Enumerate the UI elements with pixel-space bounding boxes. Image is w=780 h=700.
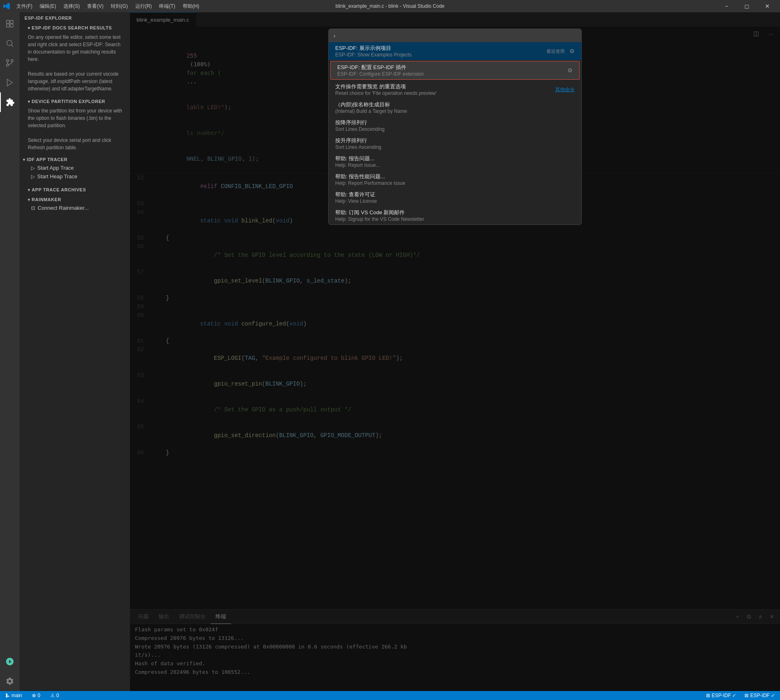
- cp-item-build-target[interactable]: （内部)按名称生成目标 (Internal) Build a Target by…: [329, 99, 581, 117]
- section-rainmaker[interactable]: ▾ RAINMAKER: [20, 194, 130, 204]
- cp-item-subtitle-2: Reset choice for 'File operation needs p…: [335, 90, 550, 96]
- cp-other-commands-link[interactable]: 其他命令: [555, 86, 575, 93]
- activity-settings[interactable]: [0, 671, 20, 691]
- svg-rect-2: [7, 24, 9, 27]
- section-arrow-tracer: ▾: [23, 157, 25, 162]
- statusbar: main ⊗ 0 ⚠ 0 ⊠ ESP-IDF ✓ ⊠ ESP-IDF ✓: [0, 691, 780, 700]
- cp-search-input[interactable]: [338, 32, 576, 39]
- cp-item-sort-desc[interactable]: 按降序排列行 Sort Lines Descending: [329, 117, 581, 135]
- cp-item-text-4: 按降序排列行 Sort Lines Descending: [335, 119, 575, 132]
- cp-item-title-5: 按升序排列行: [335, 137, 575, 144]
- svg-rect-1: [10, 20, 13, 23]
- cp-item-configure[interactable]: ESP-IDF: 配置 ESP-IDF 插件 ESP-IDF: Configur…: [330, 61, 580, 80]
- section-label-rainmaker: RAINMAKER: [32, 197, 61, 202]
- cp-item-title-9: 帮助: 订阅 VS Code 新闻邮件: [335, 209, 575, 216]
- section-label-partition: DEVICE PARTITION EXPLORER: [32, 99, 105, 104]
- cp-item-file-op[interactable]: 文件操作需要预览 的重置选项 Reset choice for 'File op…: [329, 81, 581, 99]
- section-idf-app-tracer[interactable]: ▾ IDF APP TRACER: [20, 155, 130, 164]
- cp-item-title-4: 按降序排列行: [335, 119, 575, 126]
- cp-input-row: ›: [329, 29, 581, 42]
- window-title: blink_example_main.c - blink - Visual St…: [336, 3, 445, 9]
- menu-file[interactable]: 文件(F): [13, 2, 36, 11]
- connect-rainmaker-icon: ⊡: [31, 205, 35, 211]
- cp-item-text-5: 按升序排列行 Sort Lines Ascending: [335, 137, 575, 150]
- cp-item-help-license[interactable]: 帮助: 查看许可证 Help: View License: [329, 188, 581, 206]
- warning-count: 0: [56, 693, 59, 698]
- section-arrow-partition: ▾: [28, 99, 30, 104]
- statusbar-right: ⊠ ESP-IDF ✓ ⊠ ESP-IDF ✓: [704, 691, 777, 700]
- svg-line-5: [11, 45, 13, 47]
- cp-recent-badge: 最近使用: [547, 48, 565, 54]
- cp-item-text-6: 帮助: 报告问题... Help: Report Issue...: [335, 155, 575, 168]
- cp-gear-icon-1[interactable]: ⚙: [567, 67, 573, 74]
- error-count: 0: [38, 693, 40, 698]
- menu-help[interactable]: 帮助(H): [179, 2, 203, 11]
- esp-idf-status-1[interactable]: ⊠ ESP-IDF ✓: [704, 691, 738, 700]
- cp-item-subtitle-6: Help: Report Issue...: [335, 162, 575, 168]
- cp-item-text-8: 帮助: 查看许可证 Help: View License: [335, 191, 575, 204]
- section-arrow-archives: ▾: [28, 188, 30, 192]
- close-button[interactable]: ✕: [758, 0, 777, 12]
- svg-rect-0: [7, 20, 9, 23]
- section-esp-idf-docs[interactable]: ▾ ESP-IDF DOCS SEARCH RESULTS: [20, 22, 130, 32]
- activity-search[interactable]: [0, 34, 20, 53]
- warning-count-status[interactable]: ⚠ 0: [49, 691, 61, 700]
- cp-item-title-6: 帮助: 报告问题...: [335, 155, 575, 162]
- cp-item-help-perf[interactable]: 帮助: 报告性能问题... Help: Report Performance I…: [329, 171, 581, 188]
- restore-button[interactable]: ◻: [737, 0, 756, 12]
- cp-item-title-2: 文件操作需要预览 的重置选项: [335, 83, 550, 90]
- cp-prompt: ›: [334, 33, 335, 39]
- activity-extensions[interactable]: [0, 92, 20, 112]
- cp-item-subtitle-8: Help: View License: [335, 198, 575, 204]
- cp-item-sort-asc[interactable]: 按升序排列行 Sort Lines Ascending: [329, 135, 581, 153]
- esp-idf-status-label-1: ESP-IDF ✓: [712, 693, 737, 698]
- window-controls: − ◻ ✕: [717, 0, 777, 12]
- main-layout: ESP-IDF EXPLORER ▾ ESP-IDF DOCS SEARCH R…: [0, 12, 780, 691]
- esp-idf-status-2[interactable]: ⊠ ESP-IDF ✓: [743, 691, 777, 700]
- titlebar-menu: 文件(F) 编辑(E) 选择(S) 查看(V) 转到(G) 运行(R) 终端(T…: [13, 2, 202, 11]
- warning-icon: ⚠: [50, 693, 55, 698]
- esp-idf-status-label-2: ESP-IDF ✓: [750, 693, 775, 698]
- section-device-partition[interactable]: ▾ DEVICE PARTITION EXPLORER: [20, 96, 130, 105]
- activity-esp-idf[interactable]: [0, 652, 20, 671]
- start-app-trace-item[interactable]: ▷ Start App Trace: [20, 164, 130, 172]
- git-branch-label: main: [11, 693, 22, 698]
- cp-item-title-3: （内部)按名称生成目标: [335, 101, 575, 108]
- section-label-archives: APP TRACE ARCHIVES: [32, 187, 86, 192]
- cp-item-help-issue[interactable]: 帮助: 报告问题... Help: Report Issue...: [329, 153, 581, 171]
- activity-source-control[interactable]: [0, 53, 20, 73]
- docs-search-text: On any opened file editor, select some t…: [20, 32, 130, 96]
- cp-gear-icon-0[interactable]: ⚙: [569, 48, 575, 54]
- start-heap-trace-label: Start Heap Trace: [37, 173, 77, 179]
- menu-view[interactable]: 查看(V): [84, 2, 107, 11]
- cp-item-subtitle-7: Help: Report Performance Issue: [335, 180, 575, 186]
- cp-item-show-examples[interactable]: ESP-IDF: 展示示例项目 ESP-IDF: Show Examples P…: [329, 42, 581, 60]
- menu-run[interactable]: 运行(R): [132, 2, 155, 11]
- cp-item-help-newsletter[interactable]: 帮助: 订阅 VS Code 新闻邮件 Help: Signup for the…: [329, 206, 581, 224]
- sidebar: ESP-IDF EXPLORER ▾ ESP-IDF DOCS SEARCH R…: [20, 12, 130, 691]
- menu-goto[interactable]: 转到(G): [108, 2, 131, 11]
- esp-idf-status-icon-1: ⊠: [706, 693, 710, 698]
- activity-explorer[interactable]: [0, 14, 20, 34]
- menu-select[interactable]: 选择(S): [60, 2, 83, 11]
- command-palette: › ESP-IDF: 展示示例项目 ESP-IDF: Show Examples…: [328, 29, 582, 225]
- start-app-trace-icon: ▷: [31, 165, 35, 171]
- menu-terminal[interactable]: 终端(T): [156, 2, 178, 11]
- connect-rainmaker-item[interactable]: ⊡ Connect Rainmaker...: [20, 204, 130, 212]
- svg-marker-9: [7, 79, 13, 86]
- esp-idf-status-icon-2: ⊠: [744, 693, 749, 698]
- cp-item-text-3: （内部)按名称生成目标 (Internal) Build a Target by…: [335, 101, 575, 114]
- git-branch-status[interactable]: main: [3, 691, 24, 700]
- menu-edit[interactable]: 编辑(E): [36, 2, 59, 11]
- activity-run-debug[interactable]: [0, 73, 20, 92]
- cp-item-subtitle-4: Sort Lines Descending: [335, 126, 575, 132]
- svg-point-7: [7, 64, 9, 67]
- section-label-docs: ESP-IDF DOCS SEARCH RESULTS: [32, 25, 112, 30]
- cp-item-subtitle-9: Help: Signup for the VS Code Newsletter: [335, 216, 575, 222]
- section-app-trace-archives[interactable]: ▾ APP TRACE ARCHIVES: [20, 184, 130, 194]
- editor-area: › ESP-IDF: 展示示例项目 ESP-IDF: Show Examples…: [130, 12, 780, 691]
- error-count-status[interactable]: ⊗ 0: [30, 691, 42, 700]
- minimize-button[interactable]: −: [717, 0, 736, 12]
- start-heap-trace-item[interactable]: ▷ Start Heap Trace: [20, 172, 130, 181]
- cp-item-title-0: ESP-IDF: 展示示例项目: [335, 45, 542, 52]
